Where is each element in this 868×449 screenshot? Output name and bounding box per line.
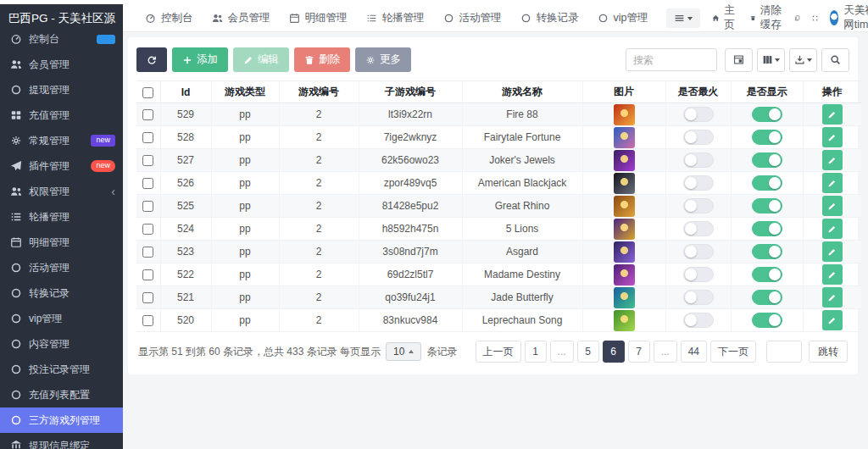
export-button[interactable] (789, 48, 817, 72)
sidebar-item-9[interactable]: 活动管理 (0, 255, 123, 280)
jump-page-input[interactable] (766, 341, 802, 363)
nav-tab-1[interactable]: 会员管理 (212, 11, 270, 25)
user-menu[interactable]: 天美社区源码网timibbs.net (830, 3, 868, 32)
prev-page-button[interactable]: 上一页 (476, 341, 521, 363)
sidebar-item-16[interactable]: 提现信息绑定 (0, 433, 123, 449)
page-number-button[interactable]: 1 (525, 341, 547, 363)
game-image (614, 219, 635, 240)
row-edit-button[interactable] (822, 241, 843, 262)
row-checkbox[interactable] (142, 224, 153, 235)
pencil-icon (827, 247, 837, 257)
row-checkbox[interactable] (142, 109, 153, 120)
cell-sub-game-no: qo39fu24j1 (359, 286, 462, 309)
row-checkbox[interactable] (142, 269, 153, 280)
hot-toggle[interactable] (683, 313, 714, 328)
sidebar-item-8[interactable]: 明细管理 (0, 230, 123, 255)
hot-toggle[interactable] (683, 175, 714, 191)
next-page-button[interactable]: 下一页 (710, 341, 756, 363)
nav-tab-label: 明细管理 (305, 11, 348, 25)
page-size-select[interactable]: 10 (386, 342, 421, 361)
hot-toggle[interactable] (683, 267, 714, 282)
page-number-button[interactable]: 6 (603, 341, 625, 363)
hot-toggle[interactable] (683, 152, 714, 168)
add-button[interactable]: 添加 (172, 47, 228, 72)
show-toggle[interactable] (752, 130, 782, 145)
show-toggle[interactable] (752, 107, 782, 122)
cell-game-no: 2 (279, 241, 359, 263)
detail-view-icon (733, 54, 744, 65)
page-number-button[interactable]: 44 (681, 341, 707, 363)
nav-menu-button[interactable] (666, 8, 700, 28)
refresh-button[interactable] (136, 47, 167, 72)
row-checkbox[interactable] (142, 247, 153, 258)
fullscreen-icon[interactable] (812, 13, 818, 24)
jump-button[interactable]: 跳转 (809, 341, 848, 363)
nav-tab-2[interactable]: 明细管理 (289, 11, 348, 25)
row-checkbox[interactable] (142, 201, 153, 212)
sidebar-item-7[interactable]: 轮播管理 (0, 204, 123, 230)
hot-toggle[interactable] (683, 290, 714, 305)
row-checkbox[interactable] (142, 292, 153, 303)
sidebar-item-5[interactable]: 插件管理new (0, 153, 123, 179)
row-checkbox[interactable] (142, 155, 153, 166)
select-all-checkbox[interactable] (142, 87, 153, 98)
sidebar-item-13[interactable]: 投注记录管理 (0, 357, 123, 382)
cell-sub-game-no: 7ige2wknyz (359, 126, 462, 149)
show-toggle[interactable] (752, 244, 782, 259)
show-toggle[interactable] (752, 267, 782, 282)
row-checkbox[interactable] (142, 178, 153, 189)
row-edit-button[interactable] (822, 127, 843, 147)
show-toggle[interactable] (752, 198, 782, 213)
sidebar-item-4[interactable]: 常规管理new (0, 128, 123, 153)
sidebar-item-6[interactable]: 权限管理‹ (0, 179, 123, 204)
show-toggle[interactable] (752, 221, 782, 236)
clear-cache-link[interactable]: 清除缓存 (750, 3, 782, 32)
show-toggle[interactable] (752, 152, 782, 168)
nav-tab-6[interactable]: vip管理 (598, 11, 648, 25)
sidebar-item-2[interactable]: 提现管理 (0, 77, 123, 103)
hot-toggle[interactable] (683, 221, 714, 236)
sidebar-item-14[interactable]: 充值列表配置 (0, 382, 123, 407)
sidebar-item-12[interactable]: 内容管理 (0, 331, 123, 357)
game-image (614, 104, 635, 125)
search-button[interactable] (821, 48, 849, 72)
hot-toggle[interactable] (683, 244, 714, 259)
show-toggle[interactable] (752, 290, 782, 305)
page-number-button[interactable]: 7 (628, 341, 650, 363)
columns-button[interactable] (757, 48, 785, 72)
edit-button[interactable]: 编辑 (233, 47, 289, 72)
more-button[interactable]: 更多 (355, 47, 411, 72)
row-edit-button[interactable] (822, 104, 843, 125)
row-checkbox[interactable] (142, 132, 153, 143)
cell-id: 521 (160, 286, 211, 309)
home-link[interactable]: 主页 (712, 3, 738, 32)
row-edit-button[interactable] (822, 219, 843, 239)
sidebar-item-11[interactable]: vip管理 (0, 306, 123, 331)
nav-tab-5[interactable]: 转换记录 (520, 11, 579, 25)
sidebar-item-3[interactable]: 充值管理 (0, 103, 123, 128)
row-edit-button[interactable] (822, 287, 843, 308)
nav-tab-0[interactable]: 控制台 (145, 11, 193, 25)
row-edit-button[interactable] (822, 173, 843, 193)
sidebar-item-10[interactable]: 转换记录 (0, 280, 123, 306)
row-edit-button[interactable] (822, 196, 843, 216)
show-toggle[interactable] (752, 313, 782, 328)
row-edit-button[interactable] (822, 264, 843, 285)
page-number-button[interactable]: 5 (577, 341, 599, 363)
hot-toggle[interactable] (683, 198, 714, 213)
row-edit-button[interactable] (822, 150, 843, 170)
hot-toggle[interactable] (683, 107, 714, 122)
detail-view-button[interactable] (725, 48, 753, 72)
search-input[interactable] (626, 48, 717, 71)
hot-toggle[interactable] (683, 130, 714, 145)
column-header-8: 操作 (803, 81, 861, 103)
sidebar-item-1[interactable]: 会员管理 (0, 52, 123, 77)
row-checkbox[interactable] (142, 315, 153, 326)
delete-button[interactable]: 删除 (294, 47, 350, 72)
show-toggle[interactable] (752, 175, 782, 191)
refresh-frame-icon[interactable] (794, 13, 800, 24)
nav-tab-3[interactable]: 轮播管理 (366, 11, 425, 25)
row-edit-button[interactable] (822, 310, 843, 330)
nav-tab-4[interactable]: 活动管理 (443, 11, 502, 25)
sidebar-item-15[interactable]: 三方游戏列管理 (0, 407, 123, 433)
